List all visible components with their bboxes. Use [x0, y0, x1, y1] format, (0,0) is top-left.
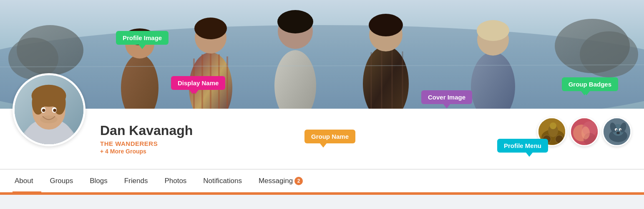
- svg-point-5: [580, 31, 638, 77]
- svg-point-30: [477, 20, 509, 41]
- more-groups-link[interactable]: + 4 More Groups: [100, 148, 627, 155]
- svg-point-48: [555, 135, 564, 143]
- nav-item-notifications[interactable]: Notifications: [195, 170, 250, 193]
- svg-point-63: [616, 130, 617, 131]
- svg-point-43: [53, 109, 56, 112]
- svg-point-64: [620, 130, 621, 131]
- svg-point-55: [581, 127, 590, 139]
- profile-section: Dan Kavanagh THE WANDERERS + 4 More Grou…: [0, 109, 644, 169]
- tooltip-display-name: Display Name: [171, 76, 225, 90]
- tooltip-group-name: Group Name: [304, 130, 355, 143]
- tooltip-cover-image: Cover Image: [421, 90, 472, 104]
- badges-area: Profile Menu: [537, 117, 631, 146]
- bottom-accent: [0, 192, 644, 195]
- nav-item-messaging[interactable]: Messaging 2: [250, 170, 311, 193]
- nav-item-groups[interactable]: Groups: [41, 170, 81, 193]
- profile-name: Dan Kavanagh: [100, 123, 193, 138]
- svg-point-65: [616, 132, 620, 134]
- tooltip-profile-image: Profile Image: [116, 31, 169, 45]
- cover-photo: [0, 0, 644, 109]
- avatar[interactable]: [13, 73, 86, 146]
- svg-point-44: [40, 115, 57, 123]
- nav-item-photos[interactable]: Photos: [156, 170, 195, 193]
- messaging-badge: 2: [294, 177, 303, 185]
- tooltip-profile-menu: Profile Menu: [497, 139, 548, 153]
- svg-point-17: [194, 18, 227, 39]
- svg-point-20: [277, 10, 313, 33]
- nav-item-blogs[interactable]: Blogs: [81, 170, 116, 193]
- svg-point-50: [550, 122, 556, 129]
- badge-circle-2[interactable]: [570, 117, 599, 146]
- nav-item-about[interactable]: About: [13, 170, 41, 193]
- cover-area: Profile Image Display Name Cover Image G…: [0, 0, 644, 109]
- nav-item-friends[interactable]: Friends: [116, 170, 156, 193]
- tooltip-group-badges-cover: Group Badges: [562, 77, 618, 91]
- nav-bar: About Groups Blogs Friends Photos Notifi…: [0, 169, 644, 192]
- svg-point-42: [42, 109, 45, 112]
- badge-circle-3[interactable]: [602, 117, 631, 146]
- svg-point-27: [369, 14, 403, 36]
